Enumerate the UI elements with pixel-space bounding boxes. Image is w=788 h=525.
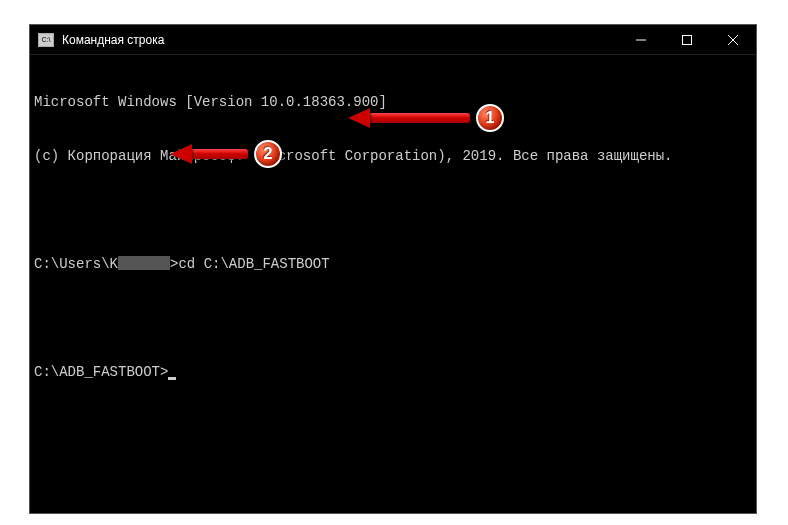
- minimize-button[interactable]: [618, 25, 664, 54]
- cmd-icon: C:\: [38, 33, 54, 47]
- redacted-username: [118, 256, 170, 270]
- titlebar[interactable]: C:\ Командная строка: [30, 25, 756, 55]
- svg-rect-1: [683, 35, 692, 44]
- blank-line: [34, 201, 752, 219]
- cmd-window: C:\ Командная строка Microsoft Windows […: [29, 24, 757, 514]
- terminal-output[interactable]: Microsoft Windows [Version 10.0.18363.90…: [30, 55, 756, 513]
- window-controls: [618, 25, 756, 54]
- cursor: [168, 377, 176, 380]
- close-button[interactable]: [710, 25, 756, 54]
- version-line: Microsoft Windows [Version 10.0.18363.90…: [34, 93, 752, 111]
- copyright-line: (c) Корпорация Майкрософт (Microsoft Cor…: [34, 147, 752, 165]
- window-title: Командная строка: [62, 33, 618, 47]
- maximize-button[interactable]: [664, 25, 710, 54]
- prompt-line-1: C:\Users\K>cd C:\ADB_FASTBOOT: [34, 255, 752, 273]
- prompt-line-2: C:\ADB_FASTBOOT>: [34, 363, 752, 381]
- blank-line: [34, 309, 752, 327]
- typed-command: cd C:\ADB_FASTBOOT: [178, 256, 329, 272]
